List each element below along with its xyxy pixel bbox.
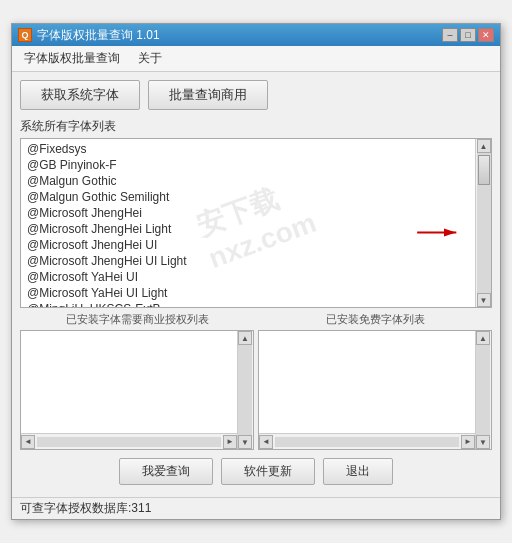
list-item[interactable]: @GB Pinyinok-F	[23, 157, 473, 173]
free-v-scrollbar[interactable]: ▲ ▼	[475, 331, 491, 449]
batch-query-button[interactable]: 批量查询商用	[148, 80, 268, 110]
list-item[interactable]: @Microsoft JhengHei Light	[23, 221, 473, 237]
commercial-panel-inner: ◄ ►	[21, 331, 237, 449]
font-list-scrollbar[interactable]: ▲ ▼	[475, 139, 491, 307]
h-scroll-right[interactable]: ►	[223, 435, 237, 449]
h-track[interactable]	[37, 437, 221, 447]
content-area: 获取系统字体 批量查询商用 系统所有字体列表 @Fixedsys@GB Piny…	[12, 72, 500, 493]
free-panel-content[interactable]	[259, 331, 475, 433]
list-item[interactable]: @Microsoft JhengHei	[23, 205, 473, 221]
menu-item-about[interactable]: 关于	[130, 48, 170, 69]
get-fonts-button[interactable]: 获取系统字体	[20, 80, 140, 110]
bottom-labels: 已安装字体需要商业授权列表 已安装免费字体列表	[20, 312, 492, 327]
free-h-scroll-left[interactable]: ◄	[259, 435, 273, 449]
list-item[interactable]: @Microsoft JhengHei UI Light	[23, 253, 473, 269]
commercial-scroll-down[interactable]: ▼	[238, 435, 252, 449]
main-window: Q 字体版权批量查询 1.01 – □ ✕ 字体版权批量查询 关于 获取系统字体…	[11, 23, 501, 520]
all-fonts-label: 系统所有字体列表	[20, 118, 492, 135]
menu-bar: 字体版权批量查询 关于	[12, 46, 500, 72]
free-label: 已安装免费字体列表	[258, 312, 492, 327]
free-scroll-down[interactable]: ▼	[476, 435, 490, 449]
status-text: 可查字体授权数据库:311	[20, 501, 151, 515]
minimize-button[interactable]: –	[442, 28, 458, 42]
title-bar-left: Q 字体版权批量查询 1.01	[18, 27, 160, 44]
title-controls: – □ ✕	[442, 28, 494, 42]
commercial-scroll-up[interactable]: ▲	[238, 331, 252, 345]
free-h-scrollbar[interactable]: ◄ ►	[259, 433, 475, 449]
font-list[interactable]: @Fixedsys@GB Pinyinok-F@Malgun Gothic@Ma…	[21, 139, 475, 307]
footer-buttons: 我爱查询 软件更新 退出	[20, 458, 492, 485]
list-item[interactable]: @Fixedsys	[23, 141, 473, 157]
maximize-button[interactable]: □	[460, 28, 476, 42]
window-title: 字体版权批量查询 1.01	[37, 27, 160, 44]
scroll-thumb[interactable]	[478, 155, 490, 185]
free-scroll-up[interactable]: ▲	[476, 331, 490, 345]
bottom-section: 已安装字体需要商业授权列表 已安装免费字体列表 ◄ ► ▲	[20, 312, 492, 450]
commercial-fonts-panel: ◄ ► ▲ ▼	[20, 330, 254, 450]
close-button[interactable]: ✕	[478, 28, 494, 42]
free-panel-inner: ◄ ►	[259, 331, 475, 449]
list-item[interactable]: @Microsoft YaHei UI Light	[23, 285, 473, 301]
commercial-scroll-track[interactable]	[238, 345, 252, 435]
commercial-label: 已安装字体需要商业授权列表	[20, 312, 254, 327]
top-buttons: 获取系统字体 批量查询商用	[20, 80, 492, 110]
free-scroll-track[interactable]	[476, 345, 490, 435]
free-fonts-panel: ◄ ► ▲ ▼	[258, 330, 492, 450]
free-h-track[interactable]	[275, 437, 459, 447]
title-bar: Q 字体版权批量查询 1.01 – □ ✕	[12, 24, 500, 46]
list-item[interactable]: @Microsoft YaHei UI	[23, 269, 473, 285]
list-item[interactable]: @Microsoft JhengHei UI	[23, 237, 473, 253]
font-list-container: @Fixedsys@GB Pinyinok-F@Malgun Gothic@Ma…	[20, 138, 492, 308]
list-item[interactable]: @Malgun Gothic	[23, 173, 473, 189]
menu-item-fonts[interactable]: 字体版权批量查询	[16, 48, 128, 69]
query-button[interactable]: 我爱查询	[119, 458, 213, 485]
scroll-track[interactable]	[477, 153, 491, 293]
update-button[interactable]: 软件更新	[221, 458, 315, 485]
commercial-panel-content[interactable]	[21, 331, 237, 433]
list-item[interactable]: @MingLiU_HKSCS-ExtB	[23, 301, 473, 307]
h-scroll-left[interactable]: ◄	[21, 435, 35, 449]
status-bar: 可查字体授权数据库:311	[12, 497, 500, 519]
list-item[interactable]: @Malgun Gothic Semilight	[23, 189, 473, 205]
bottom-panels: ◄ ► ▲ ▼ ◄	[20, 330, 492, 450]
free-h-scroll-right[interactable]: ►	[461, 435, 475, 449]
app-icon: Q	[18, 28, 32, 42]
commercial-h-scrollbar[interactable]: ◄ ►	[21, 433, 237, 449]
scroll-up-arrow[interactable]: ▲	[477, 139, 491, 153]
scroll-down-arrow[interactable]: ▼	[477, 293, 491, 307]
exit-button[interactable]: 退出	[323, 458, 393, 485]
commercial-v-scrollbar[interactable]: ▲ ▼	[237, 331, 253, 449]
